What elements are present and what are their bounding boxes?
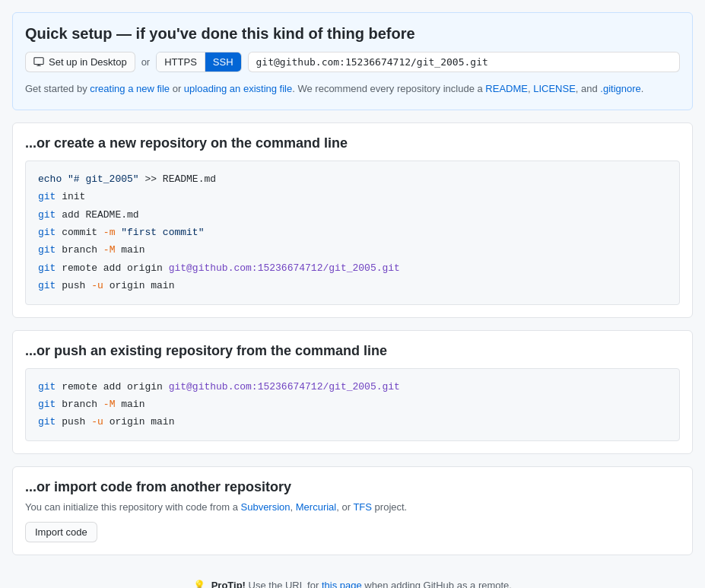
readme-link[interactable]: README bbox=[485, 83, 528, 94]
import-section: ...or import code from another repositor… bbox=[12, 466, 693, 555]
push-existing-title: ...or push an existing repository from t… bbox=[13, 331, 692, 368]
code-line-1: echo "# git_2005" >> README.md bbox=[38, 170, 667, 188]
code-line-3: git add README.md bbox=[38, 206, 667, 224]
https-tab[interactable]: HTTPS bbox=[157, 52, 205, 72]
cmd-line-code-block: echo "# git_2005" >> README.md git init … bbox=[25, 161, 680, 305]
push-existing-section: ...or push an existing repository from t… bbox=[12, 330, 693, 454]
repo-url-display[interactable]: git@github.com:15236674712/git_2005.git bbox=[248, 52, 680, 72]
push-line-3: git push -u origin main bbox=[38, 413, 667, 431]
svg-rect-0 bbox=[34, 57, 43, 64]
subversion-link[interactable]: Subversion bbox=[241, 501, 291, 513]
push-line-2: git branch -M main bbox=[38, 396, 667, 413]
code-line-6: git remote add origin git@github.com:152… bbox=[38, 259, 667, 277]
ssh-tab[interactable]: SSH bbox=[205, 52, 241, 72]
code-line-7: git push -u origin main bbox=[38, 277, 667, 294]
quick-setup-title: Quick setup — if you've done this kind o… bbox=[25, 25, 680, 43]
code-line-5: git branch -M main bbox=[38, 241, 667, 259]
import-code-button[interactable]: Import code bbox=[25, 522, 97, 542]
desktop-icon bbox=[33, 56, 44, 67]
license-link[interactable]: LICENSE bbox=[533, 83, 576, 94]
setup-controls: Set up in Desktop or HTTPS SSH git@githu… bbox=[25, 52, 680, 72]
or-text: or bbox=[141, 56, 151, 68]
protip-section: 💡 ProTip! Use the URL for this page when… bbox=[12, 567, 693, 588]
cmd-line-title: ...or create a new repository on the com… bbox=[13, 123, 692, 161]
setup-desktop-button[interactable]: Set up in Desktop bbox=[25, 52, 135, 72]
get-started-text: Get started by creating a new file or up… bbox=[25, 81, 680, 97]
upload-file-link[interactable]: uploading an existing file bbox=[184, 83, 292, 94]
code-line-2: git init bbox=[38, 188, 667, 205]
code-line-4: git commit -m "first commit" bbox=[38, 224, 667, 241]
create-new-file-link[interactable]: creating a new file bbox=[90, 83, 170, 94]
protip-page-link[interactable]: this page bbox=[322, 580, 362, 588]
lightbulb-icon: 💡 bbox=[193, 580, 205, 588]
push-code-block: git remote add origin git@github.com:152… bbox=[25, 368, 680, 441]
cmd-line-section: ...or create a new repository on the com… bbox=[12, 122, 693, 318]
import-title: ...or import code from another repositor… bbox=[25, 479, 680, 495]
protip-bold: ProTip! bbox=[211, 580, 246, 588]
push-line-1: git remote add origin git@github.com:152… bbox=[38, 378, 667, 396]
import-desc: You can initialize this repository with … bbox=[25, 501, 680, 513]
quick-setup-section: Quick setup — if you've done this kind o… bbox=[12, 12, 693, 110]
protocol-tabs: HTTPS SSH bbox=[156, 52, 241, 72]
mercurial-link[interactable]: Mercurial bbox=[296, 501, 336, 513]
protip-text: Use the URL for this page when adding Gi… bbox=[249, 580, 512, 588]
setup-desktop-label: Set up in Desktop bbox=[49, 56, 127, 68]
gitignore-link[interactable]: .gitignore bbox=[600, 83, 640, 94]
tfs-link[interactable]: TFS bbox=[353, 501, 372, 513]
